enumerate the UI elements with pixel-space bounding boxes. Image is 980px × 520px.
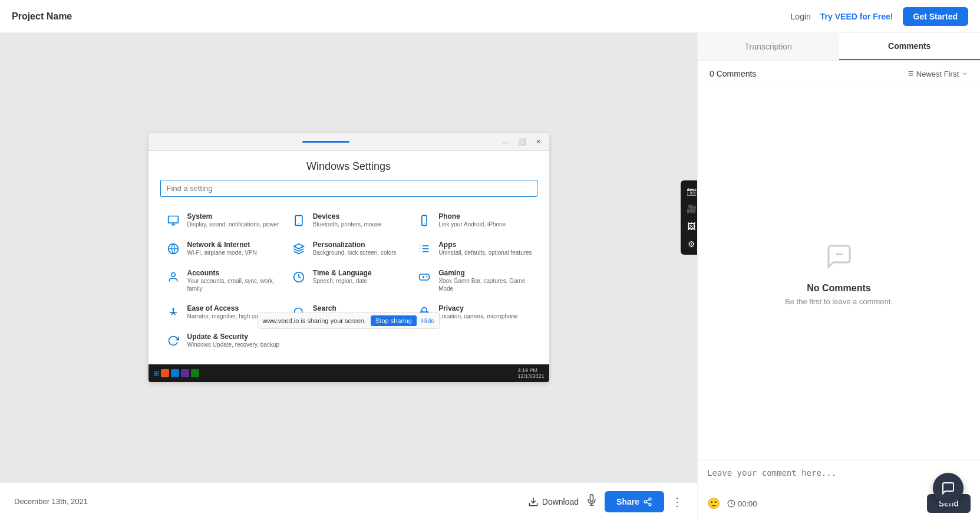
download-button[interactable]: Download [528,496,579,507]
svg-rect-5 [422,216,427,226]
bottom-actions: Download Share ⋮ [528,491,683,512]
settings-item-personalization[interactable]: Personalization Background, lock screen,… [286,235,411,263]
apps-icon [416,241,433,257]
settings-text-devices: Devices Bluetooth, printers, mouse [313,212,382,228]
svg-point-29 [649,498,651,500]
download-icon [528,496,539,507]
settings-name-ease: Ease of Access [187,304,273,312]
settings-text-system: System Display, sound, notifications, po… [187,212,279,228]
svg-rect-0 [168,216,178,223]
project-name: Project Name [12,11,72,22]
chat-icon [941,481,955,495]
personalization-icon [291,241,307,257]
win-controls: — ⬜ ✕ [499,137,545,147]
bottom-bar: December 13th, 2021 Download Share ⋮ [0,482,697,520]
settings-item-network[interactable]: Network & Internet Wi-Fi, airplane mode,… [160,235,286,263]
emoji-button[interactable]: 🙂 [707,497,720,510]
stop-sharing-button[interactable]: Stop sharing [371,315,417,326]
settings-desc-apps: Uninstall, defaults, optional features [438,249,532,256]
preview-area: — ⬜ ✕ Windows Settings [0,33,697,520]
share-button[interactable]: Share [605,491,664,512]
settings-text-phone: Phone Link your Android, iPhone [438,212,506,228]
win-settings-title: Windows Settings [160,160,537,173]
microphone-button[interactable] [586,494,598,509]
settings-desc-gaming: Xbox Game Bar, captures, Game Mode [438,277,532,292]
settings-desc-time: Speech, region, date [313,277,372,285]
settings-name-personalization: Personalization [313,241,397,249]
comments-count: 0 Comments [710,69,756,78]
settings-desc-accounts: Your accounts, email, sync, work, family [187,277,281,292]
header: Project Name Login Try VEED for Free! Ge… [0,0,980,33]
screen-share-message: www.veed.io is sharing your screen. [263,317,366,324]
settings-name-time: Time & Language [313,269,372,277]
settings-grid: System Display, sound, notifications, po… [160,206,537,355]
camera-toolbar-button[interactable]: 📷 [683,183,697,199]
settings-item-update[interactable]: Update & Security Windows Update, recove… [160,327,286,355]
taskbar-time: 4:19 PM 12/13/2021 [517,367,544,379]
win-titlebar: — ⬜ ✕ [149,133,549,151]
tab-comments[interactable]: Comments [839,33,981,60]
no-comments-icon [825,242,853,276]
no-comments-title: No Comments [807,283,870,294]
system-icon [165,212,182,229]
settings-name-search: Search [313,304,381,312]
comment-input-left: 🙂 00:00 [707,497,757,510]
time-icon [291,269,307,285]
settings-name-gaming: Gaming [438,269,532,277]
image-toolbar-button[interactable]: 🖼 [683,218,697,235]
login-link[interactable]: Login [791,12,811,21]
hide-button[interactable]: Hide [421,317,435,324]
win-restore-button[interactable]: ⬜ [514,137,530,147]
svg-point-31 [649,503,651,505]
settings-text-apps: Apps Uninstall, defaults, optional featu… [438,241,532,256]
settings-text-privacy: Privacy Location, camera, microphone [438,304,518,320]
video-toolbar-button[interactable]: 🎥 [683,200,697,217]
comment-input-footer: 🙂 00:00 Send [707,494,971,513]
settings-name-network: Network & Internet [187,241,257,249]
settings-text-network: Network & Internet Wi-Fi, airplane mode,… [187,241,257,256]
settings-desc-network: Wi-Fi, airplane mode, VPN [187,249,257,256]
settings-desc-phone: Link your Android, iPhone [438,220,506,228]
settings-item-gaming[interactable]: Gaming Xbox Game Bar, captures, Game Mod… [411,263,537,298]
settings-item-time[interactable]: Time & Language Speech, region, date [286,263,411,298]
settings-text-update: Update & Security Windows Update, recove… [187,333,280,348]
win-search-input[interactable] [160,180,537,197]
date-label: December 13th, 2021 [14,497,88,506]
settings-desc-privacy: Location, camera, microphone [438,312,518,320]
comments-body: No Comments Be the first to leave a comm… [698,87,980,460]
sort-button[interactable]: Newest First [906,70,968,78]
settings-toolbar-button[interactable]: ⚙ [683,236,697,252]
settings-item-phone[interactable]: Phone Link your Android, iPhone [411,206,537,235]
chat-fab-button[interactable] [933,473,963,503]
svg-line-32 [646,502,649,504]
chevron-down-icon [961,70,968,77]
timer-label: 00:00 [727,499,757,508]
settings-name-phone: Phone [438,212,506,220]
win-progress-bar [302,141,349,143]
share-icon [643,497,652,506]
windows-settings-window: — ⬜ ✕ Windows Settings [149,133,549,382]
video-wrapper: — ⬜ ✕ Windows Settings [0,33,697,482]
svg-point-20 [426,276,427,277]
try-veed-button[interactable]: Try VEED for Free! [820,12,893,21]
speech-bubble-icon [825,242,853,271]
settings-item-devices[interactable]: Devices Bluetooth, printers, mouse [286,206,411,235]
get-started-button[interactable]: Get Started [903,7,968,26]
settings-item-accounts[interactable]: Accounts Your accounts, email, sync, wor… [160,263,286,298]
svg-line-33 [646,499,649,501]
more-options-button[interactable]: ⋮ [671,495,683,509]
svg-point-15 [171,273,175,277]
settings-name-privacy: Privacy [438,304,518,312]
win-close-button[interactable]: ✕ [532,137,545,147]
comment-input[interactable] [707,468,971,487]
side-toolbar: 📷 🎥 🖼 ⚙ [681,180,697,255]
win-minimize-button[interactable]: — [499,137,512,147]
settings-desc-devices: Bluetooth, printers, mouse [313,220,382,228]
phone-icon [416,212,433,229]
comments-header: 0 Comments Newest First [698,61,980,87]
accounts-icon [165,269,182,285]
settings-name-devices: Devices [313,212,382,220]
settings-item-apps[interactable]: Apps Uninstall, defaults, optional featu… [411,235,537,263]
tab-transcription[interactable]: Transcription [698,33,839,60]
settings-item-system[interactable]: System Display, sound, notifications, po… [160,206,286,235]
